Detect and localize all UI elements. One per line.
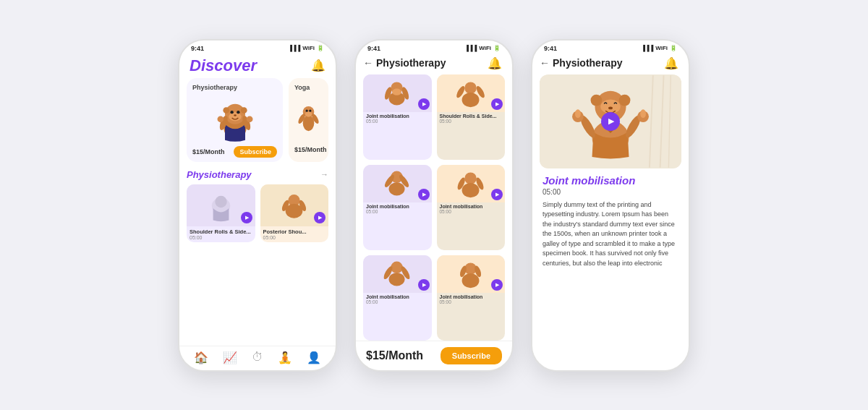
bell-icon-1[interactable]: 🔔 — [311, 59, 326, 72]
video-title-2: Posterior Shou... — [263, 229, 326, 235]
phone-physio-grid: 9:41 ▐▐▐ WiFi 🔋 ← Physiotherapy 🔔 — [354, 39, 514, 372]
discover-scroll: Physiotherapy — [179, 78, 336, 346]
grid-title-1: Shoulder Rolls & Side... — [440, 114, 503, 119]
grid-title-3: Joint mobilisation — [440, 204, 503, 209]
signal-icon-2: ▐▐▐ — [464, 45, 477, 51]
subscribe-btn-1[interactable]: Subscribe — [234, 146, 277, 158]
svg-point-47 — [461, 273, 479, 288]
video-info-1: Shoulder Rolls & Side... 05:00 — [187, 226, 255, 242]
status-time-3: 9:41 — [544, 45, 557, 52]
grid-info-2: Joint mobilisation 05:00 — [363, 202, 432, 217]
svg-point-29 — [392, 88, 401, 95]
svg-point-17 — [306, 109, 308, 111]
yoga-character-svg — [294, 100, 323, 143]
battery-icon: 🔋 — [317, 45, 324, 51]
discover-title: Discover — [190, 56, 257, 75]
play-btn-1[interactable] — [241, 212, 252, 223]
video-info-2: Posterior Shou... 05:00 — [260, 226, 329, 242]
grid-item-5[interactable]: Joint mobilisation 05:00 — [437, 255, 506, 341]
grid-play-4[interactable] — [418, 279, 430, 291]
physio-character-svg — [210, 93, 260, 143]
grid-title-0: Joint mobilisation — [366, 114, 429, 119]
phone-discover: 9:41 ▐▐▐ WiFi 🔋 Discover 🔔 Physiotherapy — [178, 39, 337, 372]
nav-stats[interactable]: 📈 — [223, 351, 237, 364]
physio-card[interactable]: Physiotherapy — [187, 78, 283, 162]
thumb-char-1 — [201, 187, 241, 223]
physio-label: Physiotherapy — [192, 84, 277, 91]
video-grid: Joint mobilisation 05:00 Shoulder Rolls … — [356, 74, 512, 341]
page-title-2: Physiotherapy — [376, 57, 488, 69]
grid-info-3: Joint mobilisation 05:00 — [437, 202, 506, 217]
status-icons-1: ▐▐▐ WiFi 🔋 — [288, 45, 324, 51]
grid-img-2 — [363, 165, 432, 202]
detail-play-btn[interactable] — [601, 112, 620, 131]
video-time-1: 05:00 — [190, 235, 252, 240]
grid-title-2: Joint mobilisation — [366, 204, 429, 209]
play-btn-2[interactable] — [314, 212, 326, 223]
grid-char-2 — [378, 168, 416, 200]
grid-play-3[interactable] — [491, 189, 503, 200]
grid-char-1 — [452, 77, 490, 109]
grid-play-1[interactable] — [491, 98, 503, 110]
grid-time-4: 05:00 — [366, 299, 429, 304]
svg-point-42 — [391, 261, 404, 273]
svg-point-20 — [215, 195, 226, 207]
yoga-card[interactable]: Yoga $15/Month — [289, 78, 328, 162]
svg-point-6 — [223, 107, 229, 114]
grid-item-1[interactable]: Shoulder Rolls & Side... 05:00 — [437, 74, 506, 160]
grid-info-4: Joint mobilisation 05:00 — [363, 293, 432, 307]
grid-play-0[interactable] — [418, 98, 430, 110]
back-btn-3[interactable]: ← — [540, 57, 550, 69]
physio-grid-header: ← Physiotherapy 🔔 — [356, 54, 512, 74]
battery-icon-3: 🔋 — [670, 45, 677, 51]
svg-point-10 — [217, 116, 224, 122]
detail-video-title: Joint mobilisation — [542, 174, 678, 187]
discover-header: Discover 🔔 — [179, 54, 336, 78]
physio-price-row: $15/Month Subscribe — [192, 146, 277, 158]
video-thumb-1[interactable]: Shoulder Rolls & Side... 05:00 — [187, 184, 255, 242]
grid-time-3: 05:00 — [440, 209, 503, 214]
nav-home[interactable]: 🏠 — [194, 351, 208, 364]
nav-timer[interactable]: ⏱ — [252, 351, 263, 364]
grid-time-2: 05:00 — [366, 209, 429, 214]
grid-title-5: Joint mobilisation — [440, 294, 503, 299]
detail-description: Simply dummy text of the printing and ty… — [542, 200, 678, 269]
detail-header: ← Physiotherapy 🔔 — [532, 54, 689, 74]
video-thumb-2[interactable]: Posterior Shou... 05:00 — [260, 184, 329, 242]
svg-point-57 — [591, 94, 603, 106]
grid-img-0 — [363, 74, 432, 112]
svg-point-43 — [389, 273, 405, 286]
grid-item-0[interactable]: Joint mobilisation 05:00 — [363, 74, 432, 160]
grid-img-1 — [437, 74, 506, 112]
status-bar-1: 9:41 ▐▐▐ WiFi 🔋 — [179, 40, 336, 54]
nav-yoga[interactable]: 🧘 — [278, 351, 292, 364]
nav-profile[interactable]: 👤 — [307, 351, 321, 364]
bell-icon-2[interactable]: 🔔 — [488, 56, 502, 70]
category-row: Physiotherapy — [187, 78, 328, 162]
video-row-1: Shoulder Rolls & Side... 05:00 — [187, 184, 328, 242]
grid-char-5 — [452, 258, 490, 290]
physio-character — [192, 94, 277, 143]
yoga-character — [294, 94, 323, 143]
grid-img-4 — [363, 255, 432, 293]
status-time-2: 9:41 — [367, 45, 380, 52]
grid-item-2[interactable]: Joint mobilisation 05:00 — [363, 165, 432, 250]
grid-time-0: 05:00 — [366, 119, 429, 124]
svg-point-39 — [461, 183, 479, 197]
grid-item-4[interactable]: Joint mobilisation 05:00 — [363, 255, 432, 341]
thumb-img-1 — [187, 184, 255, 226]
grid-item-3[interactable]: Joint mobilisation 05:00 — [437, 165, 506, 250]
bell-icon-3[interactable]: 🔔 — [664, 56, 678, 70]
status-icons-2: ▐▐▐ WiFi 🔋 — [464, 45, 501, 51]
grid-img-5 — [437, 255, 506, 293]
grid-play-5[interactable] — [491, 279, 503, 291]
back-btn-2[interactable]: ← — [363, 57, 373, 69]
svg-point-7 — [240, 107, 247, 114]
yoga-price: $15/Month — [294, 146, 327, 153]
grid-play-2[interactable] — [418, 189, 430, 200]
grid-char-0 — [378, 77, 416, 109]
footer-subscribe-btn[interactable]: Subscribe — [441, 347, 502, 364]
arrow-icon-1[interactable]: → — [320, 170, 328, 179]
grid-info-0: Joint mobilisation 05:00 — [363, 112, 432, 127]
grid-img-3 — [437, 165, 506, 202]
